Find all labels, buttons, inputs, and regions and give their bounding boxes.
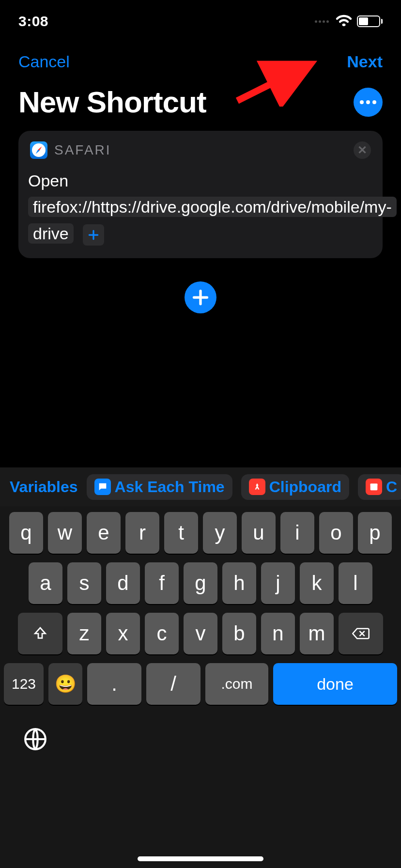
variables-button[interactable]: Variables	[10, 478, 78, 496]
add-action-button[interactable]	[185, 281, 216, 313]
key-n[interactable]: n	[261, 613, 295, 654]
key-k[interactable]: k	[300, 562, 334, 604]
more-button[interactable]	[354, 88, 383, 117]
battery-icon	[357, 16, 383, 27]
title-row: New Shortcut	[0, 74, 401, 131]
kb-row-1: q w e r t y u i o p	[4, 512, 397, 554]
key-g[interactable]: g	[184, 562, 217, 604]
key-y[interactable]: y	[203, 512, 237, 554]
key-a[interactable]: a	[29, 562, 62, 604]
key-shift[interactable]	[18, 613, 62, 654]
key-u[interactable]: u	[242, 512, 276, 554]
variable-suggestion-bar: Variables Ask Each Time Clipboard C	[0, 467, 401, 506]
key-emoji[interactable]: 😀	[48, 663, 82, 705]
action-app-label: SAFARI	[54, 142, 111, 158]
key-backspace[interactable]	[339, 613, 383, 654]
ask-icon	[94, 479, 111, 495]
nav-bar: Cancel Next	[0, 43, 401, 74]
svg-rect-2	[370, 484, 378, 486]
wifi-icon	[336, 14, 352, 29]
keyboard: q w e r t y u i o p a s d f g h j k l z …	[0, 506, 401, 868]
key-l[interactable]: l	[339, 562, 372, 604]
key-q[interactable]: q	[9, 512, 43, 554]
key-o[interactable]: o	[319, 512, 353, 554]
status-time: 3:08	[18, 13, 48, 30]
key-dotcom[interactable]: .com	[205, 663, 268, 705]
kb-row-3: z x c v b n m	[4, 613, 397, 654]
ask-label: Ask Each Time	[115, 478, 225, 496]
action-verb: Open	[28, 171, 68, 190]
clipboard-button[interactable]: Clipboard	[241, 474, 349, 500]
kb-row-4: 123 😀 . / .com done	[4, 663, 397, 705]
kb-row-2: a s d f g h j k l	[4, 562, 397, 604]
home-indicator[interactable]	[138, 856, 263, 861]
key-e[interactable]: e	[87, 512, 121, 554]
current-date-button[interactable]: C	[358, 474, 401, 500]
status-icons	[315, 14, 383, 29]
status-bar: 3:08	[0, 0, 401, 43]
globe-button[interactable]	[23, 727, 47, 751]
ask-each-time-button[interactable]: Ask Each Time	[87, 474, 232, 500]
current-label: C	[386, 478, 397, 496]
action-remove-button[interactable]: ✕	[354, 141, 371, 159]
key-s[interactable]: s	[67, 562, 101, 604]
page-title: New Shortcut	[18, 85, 206, 119]
key-b[interactable]: b	[222, 613, 256, 654]
key-x[interactable]: x	[106, 613, 140, 654]
add-variable-button[interactable]	[83, 224, 104, 246]
key-p[interactable]: p	[358, 512, 392, 554]
key-c[interactable]: c	[145, 613, 179, 654]
key-d[interactable]: d	[106, 562, 140, 604]
cellular-dots-icon	[315, 20, 329, 23]
safari-icon	[30, 141, 47, 159]
key-m[interactable]: m	[300, 613, 334, 654]
key-slash[interactable]: /	[146, 663, 200, 705]
key-123[interactable]: 123	[4, 663, 44, 705]
key-w[interactable]: w	[48, 512, 82, 554]
cancel-button[interactable]: Cancel	[18, 52, 70, 71]
action-body[interactable]: Open firefox://https://drive.google.com/…	[28, 168, 373, 247]
key-done[interactable]: done	[273, 663, 397, 705]
key-r[interactable]: r	[125, 512, 159, 554]
action-card[interactable]: SAFARI ✕ Open firefox://https://drive.go…	[18, 131, 383, 258]
key-z[interactable]: z	[67, 613, 101, 654]
clipboard-label: Clipboard	[269, 478, 341, 496]
key-t[interactable]: t	[164, 512, 198, 554]
key-i[interactable]: i	[280, 512, 314, 554]
calendar-icon	[366, 479, 382, 495]
key-v[interactable]: v	[184, 613, 217, 654]
key-j[interactable]: j	[261, 562, 295, 604]
key-f[interactable]: f	[145, 562, 179, 604]
key-h[interactable]: h	[222, 562, 256, 604]
clipboard-icon	[249, 479, 265, 495]
next-button[interactable]: Next	[347, 52, 383, 71]
key-dot[interactable]: .	[87, 663, 141, 705]
